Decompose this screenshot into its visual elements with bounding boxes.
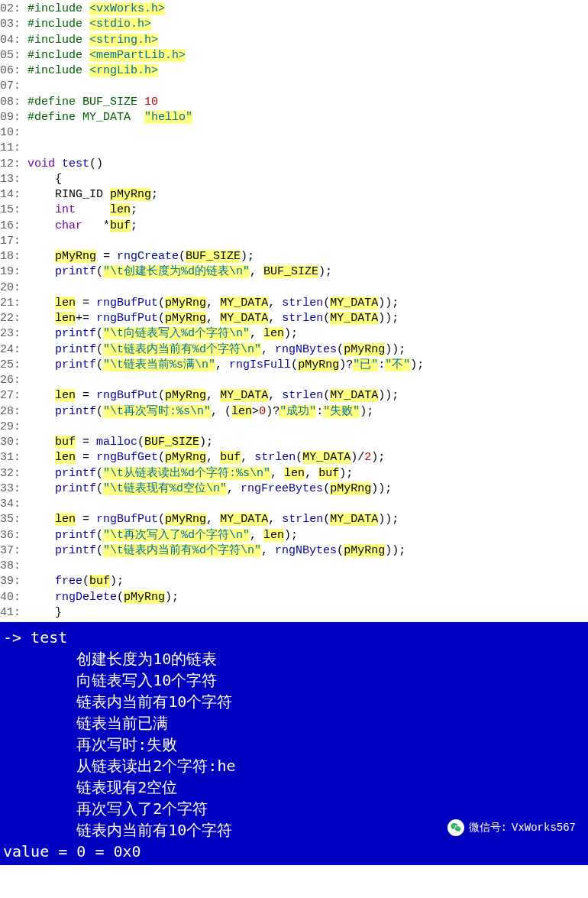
code-line: 07: bbox=[0, 79, 588, 94]
code-line: 24: printf("\t链表内当前有%d个字符\n", rngNBytes(… bbox=[0, 342, 588, 358]
code-block: 02: #include <vxWorks.h>03: #include <st… bbox=[0, 0, 588, 622]
code-line: 22: len+= rngBufPut(pMyRng, MY_DATA, str… bbox=[0, 311, 588, 326]
code-line: 30: buf = malloc(BUF_SIZE); bbox=[0, 435, 588, 450]
code-line: 41: } bbox=[0, 605, 588, 621]
code-line: 19: printf("\t创建长度为%d的链表\n", BUF_SIZE); bbox=[0, 264, 588, 280]
terminal-line: 再次写时:失败 bbox=[3, 734, 585, 755]
code-line: 21: len = rngBufPut(pMyRng, MY_DATA, str… bbox=[0, 296, 588, 311]
watermark: 微信号:VxWorks567 bbox=[447, 819, 576, 836]
code-line: 26: bbox=[0, 373, 588, 388]
code-line: 12: void test() bbox=[0, 157, 588, 172]
terminal-line: 链表现有2空位 bbox=[3, 776, 585, 798]
watermark-id: VxWorks567 bbox=[512, 822, 576, 834]
code-line: 11: bbox=[0, 141, 588, 156]
code-line: 20: bbox=[0, 280, 588, 296]
code-line: 23: printf("\t向链表写入%d个字符\n", len); bbox=[0, 326, 588, 342]
code-line: 25: printf("\t链表当前%s满\n", rngIsFull(pMyR… bbox=[0, 358, 588, 373]
code-line: 36: printf("\t再次写入了%d个字符\n", len); bbox=[0, 528, 588, 543]
code-line: 34: bbox=[0, 497, 588, 512]
code-line: 09: #define MY_DATA "hello" bbox=[0, 110, 588, 125]
terminal-line: 向链表写入10个字符 bbox=[3, 669, 585, 691]
code-line: 04: #include <string.h> bbox=[0, 33, 588, 48]
terminal-line: 创建长度为10的链表 bbox=[3, 648, 585, 669]
code-line: 15: int len; bbox=[0, 203, 588, 218]
code-line: 29: bbox=[0, 420, 588, 435]
code-line: 32: printf("\t从链表读出%d个字符:%s\n", len, buf… bbox=[0, 466, 588, 481]
code-line: 35: len = rngBufPut(pMyRng, MY_DATA, str… bbox=[0, 512, 588, 527]
code-line: 17: bbox=[0, 234, 588, 249]
code-line: 05: #include <memPartLib.h> bbox=[0, 48, 588, 63]
terminal-line: 链表内当前有10个字符 bbox=[3, 691, 585, 712]
wechat-icon bbox=[447, 819, 464, 836]
code-line: 10: bbox=[0, 125, 588, 141]
terminal-line: 再次写入了2个字符 bbox=[3, 798, 585, 819]
code-line: 28: printf("\t再次写时:%s\n", (len>0)?"成功":"… bbox=[0, 404, 588, 420]
code-line: 39: free(buf); bbox=[0, 574, 588, 589]
code-line: 37: printf("\t链表内当前有%d个字符\n", rngNBytes(… bbox=[0, 543, 588, 559]
code-line: 18: pMyRng = rngCreate(BUF_SIZE); bbox=[0, 249, 588, 264]
code-line: 31: len = rngBufGet(pMyRng, buf, strlen(… bbox=[0, 450, 588, 465]
code-line: 33: printf("\t链表现有%d空位\n", rngFreeBytes(… bbox=[0, 481, 588, 497]
code-line: 14: RING_ID pMyRng; bbox=[0, 187, 588, 203]
terminal-line: 链表当前已满 bbox=[3, 712, 585, 734]
code-line: 38: bbox=[0, 559, 588, 574]
code-line: 16: char *buf; bbox=[0, 219, 588, 234]
code-line: 27: len = rngBufPut(pMyRng, MY_DATA, str… bbox=[0, 388, 588, 404]
terminal-line: 从链表读出2个字符:he bbox=[3, 755, 585, 776]
code-line: 40: rngDelete(pMyRng); bbox=[0, 590, 588, 605]
code-line: 02: #include <vxWorks.h> bbox=[0, 2, 588, 17]
code-line: 03: #include <stdio.h> bbox=[0, 17, 588, 32]
code-line: 06: #include <rngLib.h> bbox=[0, 63, 588, 79]
code-line: 13: { bbox=[0, 172, 588, 187]
code-line: 08: #define BUF_SIZE 10 bbox=[0, 95, 588, 110]
terminal-line: value = 0 = 0x0 bbox=[3, 841, 585, 862]
terminal-line: -> test bbox=[3, 627, 585, 648]
watermark-label: 微信号: bbox=[469, 821, 507, 835]
